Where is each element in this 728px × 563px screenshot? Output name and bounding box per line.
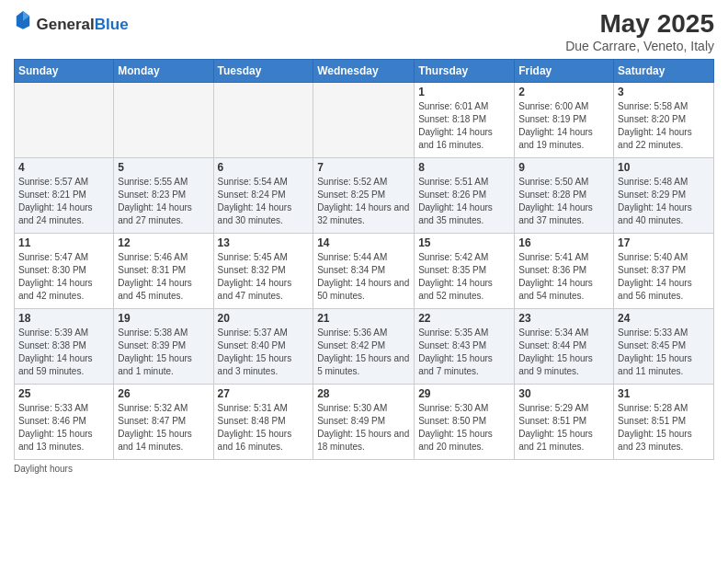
calendar-cell: 27Sunrise: 5:31 AMSunset: 8:48 PMDayligh… (213, 385, 313, 460)
col-tuesday: Tuesday (213, 60, 313, 83)
day-number: 14 (317, 236, 410, 249)
calendar-cell: 11Sunrise: 5:47 AMSunset: 8:30 PMDayligh… (15, 234, 114, 309)
day-info: Sunrise: 5:39 AMSunset: 8:38 PMDaylight:… (18, 327, 109, 378)
day-info: Sunrise: 5:57 AMSunset: 8:21 PMDaylight:… (18, 176, 109, 227)
footer-note: Daylight hours (14, 464, 714, 474)
day-info: Sunrise: 5:38 AMSunset: 8:39 PMDaylight:… (118, 327, 209, 378)
day-number: 24 (618, 312, 710, 325)
day-info: Sunrise: 6:01 AMSunset: 8:18 PMDaylight:… (418, 100, 510, 152)
day-number: 17 (618, 236, 710, 249)
calendar-week-3: 18Sunrise: 5:39 AMSunset: 8:38 PMDayligh… (15, 309, 714, 385)
day-info: Sunrise: 5:47 AMSunset: 8:30 PMDaylight:… (18, 251, 109, 303)
day-info: Sunrise: 5:55 AMSunset: 8:23 PMDaylight:… (118, 176, 209, 227)
day-info: Sunrise: 5:54 AMSunset: 8:24 PMDaylight:… (218, 176, 310, 227)
calendar-week-0: 1Sunrise: 6:01 AMSunset: 8:18 PMDaylight… (15, 83, 714, 158)
calendar-week-2: 11Sunrise: 5:47 AMSunset: 8:30 PMDayligh… (15, 234, 714, 309)
day-info: Sunrise: 5:33 AMSunset: 8:45 PMDaylight:… (618, 327, 710, 378)
calendar-cell: 4Sunrise: 5:57 AMSunset: 8:21 PMDaylight… (15, 158, 114, 234)
day-number: 6 (218, 161, 310, 174)
location: Due Carrare, Veneto, Italy (565, 39, 714, 53)
day-info: Sunrise: 6:00 AMSunset: 8:19 PMDaylight:… (518, 100, 609, 152)
day-info: Sunrise: 5:58 AMSunset: 8:20 PMDaylight:… (618, 100, 710, 152)
day-number: 26 (118, 387, 209, 400)
day-info: Sunrise: 5:36 AMSunset: 8:42 PMDaylight:… (317, 327, 410, 378)
calendar-cell: 2Sunrise: 6:00 AMSunset: 8:19 PMDaylight… (515, 83, 614, 158)
calendar-cell: 6Sunrise: 5:54 AMSunset: 8:24 PMDaylight… (213, 158, 313, 234)
day-info: Sunrise: 5:41 AMSunset: 8:36 PMDaylight:… (518, 251, 609, 303)
day-number: 2 (518, 86, 609, 98)
day-number: 9 (518, 161, 609, 174)
calendar-cell: 31Sunrise: 5:28 AMSunset: 8:51 PMDayligh… (614, 385, 714, 460)
day-number: 18 (18, 312, 109, 325)
calendar-cell: 28Sunrise: 5:30 AMSunset: 8:49 PMDayligh… (313, 385, 415, 460)
day-info: Sunrise: 5:50 AMSunset: 8:28 PMDaylight:… (518, 176, 609, 227)
calendar: Sunday Monday Tuesday Wednesday Thursday… (14, 59, 714, 460)
day-number: 4 (18, 161, 109, 174)
day-number: 30 (518, 387, 609, 400)
logo: GeneralBlue (14, 9, 129, 34)
day-number: 28 (317, 387, 410, 400)
calendar-cell: 24Sunrise: 5:33 AMSunset: 8:45 PMDayligh… (614, 309, 714, 385)
calendar-cell: 23Sunrise: 5:34 AMSunset: 8:44 PMDayligh… (515, 309, 614, 385)
calendar-cell: 30Sunrise: 5:29 AMSunset: 8:51 PMDayligh… (515, 385, 614, 460)
title-block: May 2025 Due Carrare, Veneto, Italy (565, 9, 714, 53)
calendar-week-1: 4Sunrise: 5:57 AMSunset: 8:21 PMDaylight… (15, 158, 714, 234)
day-number: 13 (218, 236, 310, 249)
day-number: 11 (18, 236, 109, 249)
day-info: Sunrise: 5:29 AMSunset: 8:51 PMDaylight:… (518, 402, 609, 454)
day-info: Sunrise: 5:40 AMSunset: 8:37 PMDaylight:… (618, 251, 710, 303)
day-number: 1 (418, 86, 510, 98)
calendar-cell: 19Sunrise: 5:38 AMSunset: 8:39 PMDayligh… (114, 309, 213, 385)
header: GeneralBlue May 2025 Due Carrare, Veneto… (14, 9, 714, 53)
day-number: 7 (317, 161, 410, 174)
logo-blue: Blue (95, 16, 129, 33)
calendar-header-row: Sunday Monday Tuesday Wednesday Thursday… (15, 60, 714, 83)
calendar-cell: 20Sunrise: 5:37 AMSunset: 8:40 PMDayligh… (213, 309, 313, 385)
day-info: Sunrise: 5:45 AMSunset: 8:32 PMDaylight:… (218, 251, 310, 303)
calendar-cell: 14Sunrise: 5:44 AMSunset: 8:34 PMDayligh… (313, 234, 415, 309)
day-info: Sunrise: 5:31 AMSunset: 8:48 PMDaylight:… (218, 402, 310, 454)
day-number: 15 (418, 236, 510, 249)
calendar-cell: 21Sunrise: 5:36 AMSunset: 8:42 PMDayligh… (313, 309, 415, 385)
day-info: Sunrise: 5:32 AMSunset: 8:47 PMDaylight:… (118, 402, 209, 454)
calendar-cell (114, 83, 213, 158)
calendar-cell: 26Sunrise: 5:32 AMSunset: 8:47 PMDayligh… (114, 385, 213, 460)
calendar-cell: 7Sunrise: 5:52 AMSunset: 8:25 PMDaylight… (313, 158, 415, 234)
calendar-cell: 16Sunrise: 5:41 AMSunset: 8:36 PMDayligh… (515, 234, 614, 309)
day-number: 10 (618, 161, 710, 174)
month-year: May 2025 (565, 9, 714, 39)
col-monday: Monday (114, 60, 213, 83)
day-info: Sunrise: 5:42 AMSunset: 8:35 PMDaylight:… (418, 251, 510, 303)
day-number: 19 (118, 312, 209, 325)
day-info: Sunrise: 5:35 AMSunset: 8:43 PMDaylight:… (418, 327, 510, 378)
day-info: Sunrise: 5:34 AMSunset: 8:44 PMDaylight:… (518, 327, 609, 378)
calendar-cell: 13Sunrise: 5:45 AMSunset: 8:32 PMDayligh… (213, 234, 313, 309)
day-number: 23 (518, 312, 609, 325)
day-number: 29 (418, 387, 510, 400)
day-number: 3 (618, 86, 710, 98)
day-number: 20 (218, 312, 310, 325)
logo-icon (15, 9, 31, 29)
calendar-cell: 18Sunrise: 5:39 AMSunset: 8:38 PMDayligh… (15, 309, 114, 385)
logo-text: GeneralBlue (14, 9, 129, 34)
logo-general: General (36, 16, 94, 33)
day-number: 12 (118, 236, 209, 249)
day-info: Sunrise: 5:46 AMSunset: 8:31 PMDaylight:… (118, 251, 209, 303)
day-number: 21 (317, 312, 410, 325)
col-saturday: Saturday (614, 60, 714, 83)
day-number: 25 (18, 387, 109, 400)
calendar-cell: 9Sunrise: 5:50 AMSunset: 8:28 PMDaylight… (515, 158, 614, 234)
calendar-cell: 3Sunrise: 5:58 AMSunset: 8:20 PMDaylight… (614, 83, 714, 158)
day-number: 31 (618, 387, 710, 400)
col-sunday: Sunday (15, 60, 114, 83)
calendar-cell: 8Sunrise: 5:51 AMSunset: 8:26 PMDaylight… (415, 158, 515, 234)
page: GeneralBlue May 2025 Due Carrare, Veneto… (0, 0, 728, 563)
calendar-cell: 29Sunrise: 5:30 AMSunset: 8:50 PMDayligh… (415, 385, 515, 460)
calendar-cell: 5Sunrise: 5:55 AMSunset: 8:23 PMDaylight… (114, 158, 213, 234)
calendar-cell: 17Sunrise: 5:40 AMSunset: 8:37 PMDayligh… (614, 234, 714, 309)
calendar-cell: 1Sunrise: 6:01 AMSunset: 8:18 PMDaylight… (415, 83, 515, 158)
col-wednesday: Wednesday (313, 60, 415, 83)
day-info: Sunrise: 5:37 AMSunset: 8:40 PMDaylight:… (218, 327, 310, 378)
calendar-cell (15, 83, 114, 158)
day-number: 16 (518, 236, 609, 249)
